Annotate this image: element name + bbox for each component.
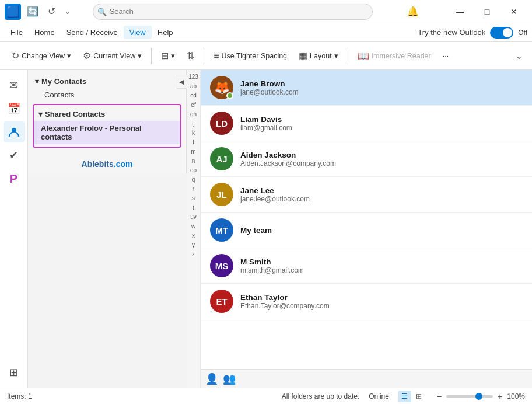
add-contact-group-icon[interactable]: 👥 (223, 372, 236, 385)
contacts-item[interactable]: Contacts (28, 88, 186, 102)
alpha-op[interactable]: op (189, 166, 198, 175)
alpha-n[interactable]: n (191, 156, 197, 165)
contact-avatar: LD (210, 112, 233, 135)
contact-avatar: 🦊 (210, 76, 233, 99)
sidebar-icon-contacts[interactable] (4, 121, 24, 142)
minimize-button[interactable]: — (447, 0, 474, 23)
app-logo: 🟦 (5, 4, 21, 20)
contact-item[interactable]: MS M Smith m.smith@gmail.com (201, 248, 532, 284)
redo-icon[interactable]: ⌄ (62, 6, 73, 17)
view-btn-list[interactable]: ☰ (398, 391, 411, 402)
sidebar-icon-tasks[interactable]: ✔ (4, 145, 24, 166)
alpha-s[interactable]: s (191, 194, 196, 203)
notification-button[interactable]: 🔔 (404, 2, 422, 21)
my-contacts-section: ▾ My Contacts Contacts (28, 75, 186, 102)
sidebar-icons: ✉ 📅 ✔ P ⊞ (0, 70, 28, 388)
layout-chevron: ▾ (334, 51, 338, 60)
title-bar: 🟦 🔄 ↺ ⌄ 🔍 🔔 — □ ✕ (0, 0, 532, 23)
alpha-l[interactable]: l (191, 138, 195, 147)
menu-send-receive[interactable]: Send / Receive (61, 26, 124, 39)
view-btn-grid[interactable]: ⊞ (412, 391, 425, 402)
sidebar-icon-mail[interactable]: ✉ (4, 75, 24, 96)
alpha-y[interactable]: y (191, 241, 196, 249)
contact-item[interactable]: 🦊 Jane Brown jane@outlook.com (201, 70, 532, 106)
zoom-slider[interactable] (446, 395, 493, 398)
toggle-knob (503, 28, 512, 37)
alpha-ij[interactable]: ij (191, 119, 195, 128)
my-contacts-label: My Contacts (41, 77, 86, 86)
immersive-reader-icon: 📖 (358, 50, 369, 61)
sync-icon[interactable]: 🔄 (24, 5, 41, 18)
current-view-button[interactable]: ⚙ Current View ▾ (78, 48, 146, 64)
avatar-status (226, 92, 233, 99)
contact-email: m.smith@gmail.com (240, 266, 523, 274)
change-view-button[interactable]: ↻ Change View ▾ (7, 48, 76, 64)
immersive-reader-button[interactable]: 📖 Immersive Reader (353, 48, 436, 64)
contact-item[interactable]: AJ Aiden Jackson Aiden.Jackson@company.c… (201, 141, 532, 177)
layout-icon: ▦ (299, 50, 307, 61)
alpha-w[interactable]: w (190, 222, 197, 231)
alpha-uv[interactable]: uv (189, 213, 198, 221)
zoom-in-button[interactable]: + (495, 391, 505, 402)
menu-help[interactable]: Help (152, 26, 179, 39)
contact-info: Aiden Jackson Aiden.Jackson@company.com (240, 151, 523, 168)
alpha-r[interactable]: r (191, 184, 195, 193)
alpha-t[interactable]: t (191, 203, 195, 212)
alpha-m[interactable]: m (190, 147, 197, 156)
immersive-reader-label: Immersive Reader (372, 52, 431, 60)
alpha-k[interactable]: k (191, 128, 196, 137)
change-view-chevron: ▾ (67, 51, 71, 60)
alpha-gh[interactable]: gh (189, 110, 198, 119)
add-contact-icon[interactable]: 👤 (205, 372, 218, 385)
sidebar-icon-apps[interactable]: ⊞ (4, 362, 24, 383)
contact-item[interactable]: LD Liam Davis liam@gmail.com (201, 106, 532, 141)
items-count: Items: 1 (7, 392, 32, 400)
layout-button[interactable]: ▦ Layout ▾ (294, 48, 343, 64)
menu-file[interactable]: File (5, 26, 29, 39)
ribbon-more-button[interactable]: ··· (438, 50, 453, 62)
alpha-index: 123 ab cd ef gh ij k l m n op q r s t uv… (187, 70, 201, 388)
maximize-button[interactable]: □ (474, 0, 501, 23)
contact-name: Aiden Jackson (240, 151, 523, 159)
contact-avatar: JL (210, 183, 233, 206)
contacts-list: 🦊 Jane Brown jane@outlook.com LD Liam Da… (201, 70, 532, 369)
alpha-cd[interactable]: cd (189, 91, 198, 100)
contact-item[interactable]: MT My team (201, 213, 532, 248)
sidebar-icon-calendar[interactable]: 📅 (4, 98, 24, 119)
contact-info: My team (240, 226, 523, 235)
outlook-toggle[interactable] (490, 27, 513, 39)
shared-contacts-header[interactable]: ▾ Shared Contacts (34, 107, 180, 121)
contact-email: Aiden.Jackson@company.com (240, 159, 523, 168)
close-button[interactable]: ✕ (501, 0, 527, 23)
contact-item[interactable]: JL Jane Lee jane.lee@outlook.com (201, 177, 532, 213)
layout-label: Layout (310, 52, 332, 60)
zoom-out-button[interactable]: − (435, 391, 444, 402)
nav-collapse-button[interactable]: ◀ (176, 75, 187, 89)
nav-panel: ▾ My Contacts Contacts ▾ Shared Contacts… (28, 70, 187, 173)
alpha-q[interactable]: q (191, 175, 197, 184)
ribbon-sep-3 (348, 48, 348, 64)
contact-name: Liam Davis (240, 115, 523, 124)
contact-item[interactable]: ET Ethan Taylor Ethan.Taylor@company.com (201, 284, 532, 319)
view-layout-button[interactable]: ⊟ ▾ (156, 48, 180, 64)
my-contacts-header[interactable]: ▾ My Contacts (28, 75, 186, 88)
contact-name: M Smith (240, 257, 523, 266)
menu-home[interactable]: Home (29, 26, 61, 39)
sort-button[interactable]: ⇅ (182, 48, 199, 64)
spacing-button[interactable]: ≡ Use Tighter Spacing (209, 48, 292, 64)
alpha-ab[interactable]: ab (189, 82, 198, 90)
alpha-x[interactable]: x (191, 231, 196, 240)
undo-icon[interactable]: ↺ (46, 5, 58, 18)
shared-contacts-item[interactable]: Alexander Frolov - Personal contacts (34, 121, 180, 144)
menu-view[interactable]: View (124, 26, 152, 39)
alpha-ef[interactable]: ef (190, 100, 197, 109)
alpha-123[interactable]: 123 (187, 72, 200, 81)
contact-avatar: AJ (210, 147, 233, 170)
alpha-z[interactable]: z (191, 250, 196, 259)
change-view-label: Change View (22, 52, 65, 60)
search-input[interactable] (93, 4, 373, 20)
ribbon-expand-button[interactable]: ⌄ (513, 49, 525, 63)
contact-info: Ethan Taylor Ethan.Taylor@company.com (240, 293, 523, 310)
contact-email: jane.lee@outlook.com (240, 195, 523, 203)
sidebar-icon-plugin[interactable]: P (4, 168, 24, 189)
